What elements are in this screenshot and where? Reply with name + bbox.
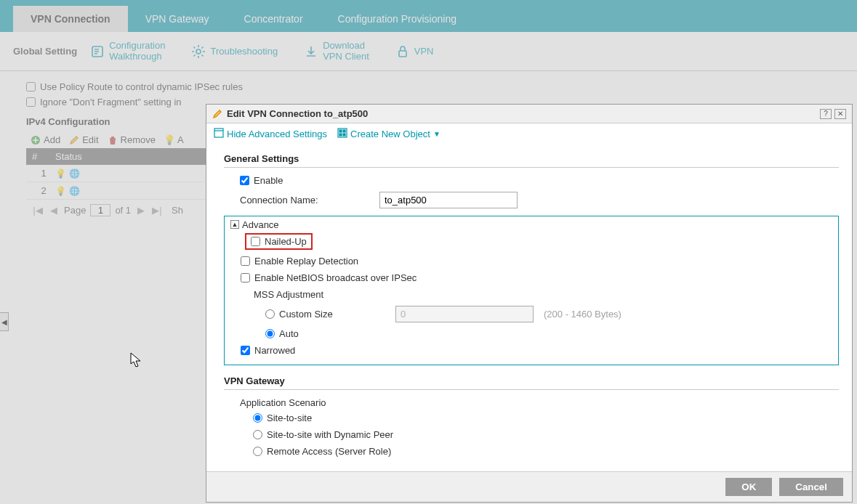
narrowed-label: Narrowed [254, 345, 295, 356]
collapse-icon: ▲ [230, 220, 239, 229]
netbios-checkbox[interactable] [241, 273, 250, 283]
remote-access-radio[interactable] [253, 447, 262, 456]
hide-advanced-settings-button[interactable]: Hide Advanced Settings [214, 128, 327, 140]
site-to-site-radio[interactable] [253, 413, 262, 423]
dialog-footer: OK Cancel [206, 471, 852, 502]
edit-icon [212, 109, 222, 119]
auto-radio[interactable] [265, 329, 275, 338]
dialog-body: General Settings Enable Connection Name:… [206, 145, 852, 471]
custom-size-radio[interactable] [265, 309, 275, 319]
auto-label: Auto [279, 328, 299, 339]
close-button[interactable]: ✕ [834, 109, 846, 119]
site-to-site-label: Site-to-site [267, 412, 312, 423]
narrowed-checkbox[interactable] [241, 346, 250, 355]
svg-rect-8 [339, 134, 342, 136]
site-to-site-dynamic-label: Site-to-site with Dynamic Peer [267, 429, 393, 440]
panel-icon [214, 128, 224, 140]
site-to-site-dynamic-radio[interactable] [253, 430, 262, 439]
edit-vpn-connection-dialog: Edit VPN Connection to_atp500 ? ✕ Hide A… [206, 104, 853, 503]
vpn-gateway-section: VPN Gateway [224, 375, 839, 390]
replay-detection-label: Enable Replay Detection [254, 256, 358, 267]
remote-access-label: Remote Access (Server Role) [267, 446, 391, 457]
replay-detection-checkbox[interactable] [241, 256, 250, 266]
svg-rect-9 [343, 134, 345, 136]
connection-name-input[interactable] [379, 192, 518, 208]
enable-checkbox[interactable] [240, 176, 249, 185]
sidebar-collapse-handle[interactable]: ◀ [0, 312, 9, 331]
nailed-up-label: Nailed-Up [265, 236, 307, 247]
ok-button[interactable]: OK [725, 478, 772, 496]
advance-legend[interactable]: ▲ Advance [228, 219, 282, 230]
dialog-title-text: Edit VPN Connection to_atp500 [227, 108, 817, 119]
advance-group: ▲ Advance Nailed-Up Enable Replay Detect… [224, 216, 839, 365]
svg-rect-4 [214, 129, 223, 137]
enable-label: Enable [254, 175, 283, 186]
create-new-object-dropdown[interactable]: Create New Object▼ [337, 128, 440, 140]
application-scenario-label: Application Scenario [240, 397, 326, 408]
general-settings-section: General Settings [224, 153, 839, 168]
custom-size-hint: (200 - 1460 Bytes) [544, 309, 621, 320]
dialog-titlebar: Edit VPN Connection to_atp500 ? ✕ [206, 105, 852, 123]
svg-rect-6 [339, 130, 342, 132]
netbios-label: Enable NetBIOS broadcast over IPSec [254, 272, 417, 283]
mss-adjustment-label: MSS Adjustment [254, 289, 323, 300]
new-object-icon [337, 128, 347, 140]
connection-name-label: Connection Name: [240, 195, 379, 206]
custom-size-label: Custom Size [279, 309, 395, 320]
nailed-up-highlight: Nailed-Up [245, 233, 313, 250]
cancel-button[interactable]: Cancel [779, 478, 843, 496]
nailed-up-checkbox[interactable] [251, 237, 260, 246]
help-button[interactable]: ? [820, 109, 832, 119]
custom-size-input [395, 306, 534, 322]
dialog-toolbar: Hide Advanced Settings Create New Object… [206, 123, 852, 145]
chevron-down-icon: ▼ [433, 130, 440, 138]
svg-rect-7 [343, 130, 345, 132]
